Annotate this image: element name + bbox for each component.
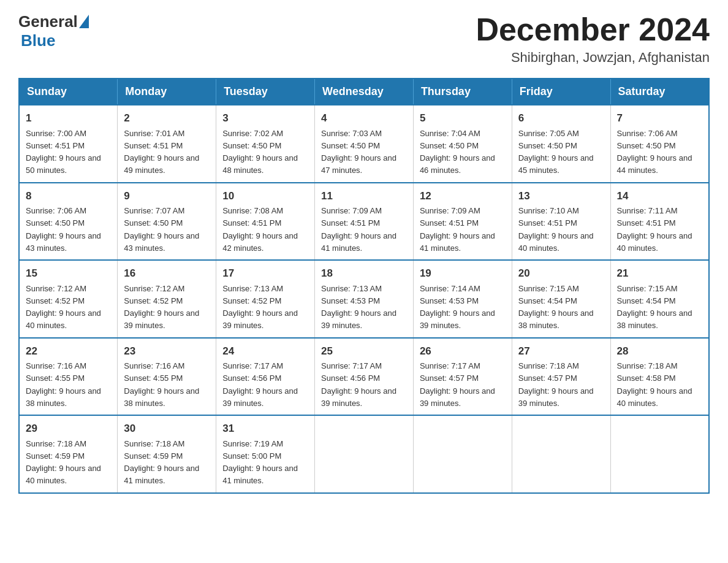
calendar-cell: 8 Sunrise: 7:06 AMSunset: 4:50 PMDayligh… <box>19 183 118 261</box>
day-number: 3 <box>222 110 308 126</box>
calendar-cell <box>315 415 414 493</box>
day-info: Sunrise: 7:14 AMSunset: 4:53 PMDaylight:… <box>420 284 495 331</box>
calendar-cell: 2 Sunrise: 7:01 AMSunset: 4:51 PMDayligh… <box>118 105 216 183</box>
calendar-week-4: 22 Sunrise: 7:16 AMSunset: 4:55 PMDaylig… <box>19 338 709 416</box>
day-number: 6 <box>518 110 604 126</box>
weekday-header-row: Sunday Monday Tuesday Wednesday Thursday… <box>19 79 709 105</box>
calendar-table: Sunday Monday Tuesday Wednesday Thursday… <box>18 78 710 494</box>
calendar-title-block: December 2024 Shibirghan, Jowzjan, Afgha… <box>476 12 710 66</box>
day-number: 21 <box>617 266 702 282</box>
calendar-cell: 6 Sunrise: 7:05 AMSunset: 4:50 PMDayligh… <box>512 105 610 183</box>
day-number: 28 <box>617 343 702 359</box>
calendar-week-5: 29 Sunrise: 7:18 AMSunset: 4:59 PMDaylig… <box>19 415 709 493</box>
calendar-week-1: 1 Sunrise: 7:00 AMSunset: 4:51 PMDayligh… <box>19 105 709 183</box>
day-number: 11 <box>321 188 407 204</box>
day-info: Sunrise: 7:06 AMSunset: 4:50 PMDaylight:… <box>617 129 692 175</box>
calendar-cell: 24 Sunrise: 7:17 AMSunset: 4:56 PMDaylig… <box>216 338 315 416</box>
day-info: Sunrise: 7:12 AMSunset: 4:52 PMDaylight:… <box>124 284 199 331</box>
day-info: Sunrise: 7:05 AMSunset: 4:50 PMDaylight:… <box>518 129 594 175</box>
calendar-header: Sunday Monday Tuesday Wednesday Thursday… <box>19 79 709 105</box>
day-info: Sunrise: 7:01 AMSunset: 4:51 PMDaylight:… <box>124 129 199 175</box>
calendar-cell: 9 Sunrise: 7:07 AMSunset: 4:50 PMDayligh… <box>118 183 216 261</box>
calendar-cell: 31 Sunrise: 7:19 AMSunset: 5:00 PMDaylig… <box>216 415 315 493</box>
day-number: 26 <box>420 343 506 359</box>
day-number: 29 <box>26 421 111 437</box>
calendar-body: 1 Sunrise: 7:00 AMSunset: 4:51 PMDayligh… <box>19 105 709 493</box>
day-info: Sunrise: 7:17 AMSunset: 4:56 PMDaylight:… <box>321 361 396 408</box>
day-number: 27 <box>518 343 604 359</box>
day-number: 25 <box>321 343 407 359</box>
header-thursday: Thursday <box>413 79 512 105</box>
day-number: 5 <box>420 110 506 126</box>
day-number: 2 <box>124 110 210 126</box>
header-monday: Monday <box>118 79 216 105</box>
day-info: Sunrise: 7:19 AMSunset: 5:00 PMDaylight:… <box>222 439 298 486</box>
calendar-cell: 25 Sunrise: 7:17 AMSunset: 4:56 PMDaylig… <box>315 338 414 416</box>
calendar-cell: 15 Sunrise: 7:12 AMSunset: 4:52 PMDaylig… <box>19 260 118 338</box>
calendar-cell: 11 Sunrise: 7:09 AMSunset: 4:51 PMDaylig… <box>315 183 414 261</box>
day-number: 15 <box>26 266 111 282</box>
calendar-cell: 26 Sunrise: 7:17 AMSunset: 4:57 PMDaylig… <box>413 338 512 416</box>
calendar-subtitle: Shibirghan, Jowzjan, Afghanistan <box>476 50 710 66</box>
calendar-cell: 30 Sunrise: 7:18 AMSunset: 4:59 PMDaylig… <box>118 415 216 493</box>
calendar-cell: 13 Sunrise: 7:10 AMSunset: 4:51 PMDaylig… <box>512 183 610 261</box>
calendar-cell: 23 Sunrise: 7:16 AMSunset: 4:55 PMDaylig… <box>118 338 216 416</box>
header-tuesday: Tuesday <box>216 79 315 105</box>
day-info: Sunrise: 7:08 AMSunset: 4:51 PMDaylight:… <box>222 206 298 253</box>
calendar-cell: 28 Sunrise: 7:18 AMSunset: 4:58 PMDaylig… <box>610 338 709 416</box>
day-number: 1 <box>26 110 111 126</box>
calendar-cell: 18 Sunrise: 7:13 AMSunset: 4:53 PMDaylig… <box>315 260 414 338</box>
calendar-title: December 2024 <box>476 12 710 47</box>
calendar-cell: 27 Sunrise: 7:18 AMSunset: 4:57 PMDaylig… <box>512 338 610 416</box>
day-info: Sunrise: 7:17 AMSunset: 4:57 PMDaylight:… <box>420 361 495 408</box>
day-number: 19 <box>420 266 506 282</box>
day-number: 13 <box>518 188 604 204</box>
page-header: General Blue December 2024 Shibirghan, J… <box>18 12 710 66</box>
day-number: 8 <box>26 188 111 204</box>
day-number: 20 <box>518 266 604 282</box>
day-info: Sunrise: 7:00 AMSunset: 4:51 PMDaylight:… <box>26 129 101 175</box>
day-info: Sunrise: 7:03 AMSunset: 4:50 PMDaylight:… <box>321 129 396 175</box>
day-info: Sunrise: 7:16 AMSunset: 4:55 PMDaylight:… <box>26 361 101 408</box>
day-info: Sunrise: 7:10 AMSunset: 4:51 PMDaylight:… <box>518 206 594 253</box>
calendar-cell: 1 Sunrise: 7:00 AMSunset: 4:51 PMDayligh… <box>19 105 118 183</box>
logo-blue-text: Blue <box>21 31 55 50</box>
calendar-cell: 10 Sunrise: 7:08 AMSunset: 4:51 PMDaylig… <box>216 183 315 261</box>
day-number: 17 <box>222 266 308 282</box>
day-number: 22 <box>26 343 111 359</box>
header-saturday: Saturday <box>610 79 709 105</box>
calendar-week-2: 8 Sunrise: 7:06 AMSunset: 4:50 PMDayligh… <box>19 183 709 261</box>
day-info: Sunrise: 7:13 AMSunset: 4:52 PMDaylight:… <box>222 284 298 331</box>
calendar-cell: 3 Sunrise: 7:02 AMSunset: 4:50 PMDayligh… <box>216 105 315 183</box>
calendar-cell: 29 Sunrise: 7:18 AMSunset: 4:59 PMDaylig… <box>19 415 118 493</box>
day-info: Sunrise: 7:15 AMSunset: 4:54 PMDaylight:… <box>617 284 692 331</box>
calendar-cell: 16 Sunrise: 7:12 AMSunset: 4:52 PMDaylig… <box>118 260 216 338</box>
header-sunday: Sunday <box>19 79 118 105</box>
day-number: 10 <box>222 188 308 204</box>
day-number: 18 <box>321 266 407 282</box>
header-friday: Friday <box>512 79 610 105</box>
calendar-cell: 22 Sunrise: 7:16 AMSunset: 4:55 PMDaylig… <box>19 338 118 416</box>
logo: General Blue <box>18 12 89 50</box>
day-number: 30 <box>124 421 210 437</box>
calendar-cell: 20 Sunrise: 7:15 AMSunset: 4:54 PMDaylig… <box>512 260 610 338</box>
day-number: 23 <box>124 343 210 359</box>
header-wednesday: Wednesday <box>315 79 414 105</box>
calendar-cell: 7 Sunrise: 7:06 AMSunset: 4:50 PMDayligh… <box>610 105 709 183</box>
day-info: Sunrise: 7:16 AMSunset: 4:55 PMDaylight:… <box>124 361 199 408</box>
day-info: Sunrise: 7:06 AMSunset: 4:50 PMDaylight:… <box>26 206 101 253</box>
calendar-week-3: 15 Sunrise: 7:12 AMSunset: 4:52 PMDaylig… <box>19 260 709 338</box>
day-number: 14 <box>617 188 702 204</box>
calendar-cell: 19 Sunrise: 7:14 AMSunset: 4:53 PMDaylig… <box>413 260 512 338</box>
calendar-cell: 17 Sunrise: 7:13 AMSunset: 4:52 PMDaylig… <box>216 260 315 338</box>
day-number: 4 <box>321 110 407 126</box>
logo-triangle-icon <box>79 15 89 28</box>
calendar-cell <box>413 415 512 493</box>
day-info: Sunrise: 7:18 AMSunset: 4:59 PMDaylight:… <box>26 439 101 486</box>
day-number: 9 <box>124 188 210 204</box>
day-info: Sunrise: 7:18 AMSunset: 4:58 PMDaylight:… <box>617 361 692 408</box>
day-number: 7 <box>617 110 702 126</box>
day-info: Sunrise: 7:15 AMSunset: 4:54 PMDaylight:… <box>518 284 594 331</box>
calendar-cell: 14 Sunrise: 7:11 AMSunset: 4:51 PMDaylig… <box>610 183 709 261</box>
calendar-cell: 4 Sunrise: 7:03 AMSunset: 4:50 PMDayligh… <box>315 105 414 183</box>
